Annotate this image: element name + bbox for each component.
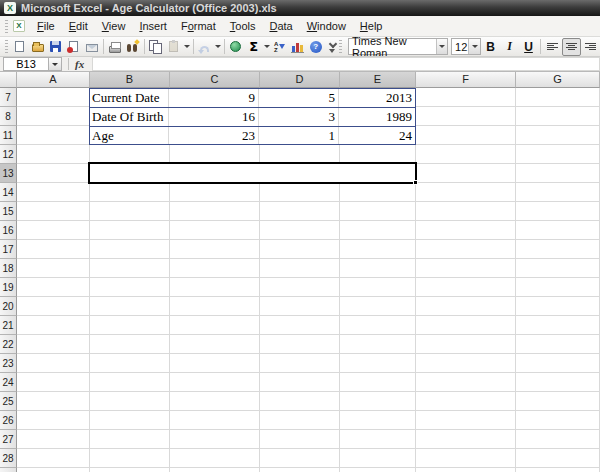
- column-header-b[interactable]: B: [90, 72, 170, 88]
- title-bar: X Microsoft Excel - Age Calculator (Offi…: [0, 0, 600, 16]
- align-right-button[interactable]: [581, 38, 600, 56]
- data-table: Current Date 9 5 2013 Date Of Birth 16 3…: [89, 88, 416, 145]
- worksheet: ABCDEFG 78111213141516171819202122232425…: [0, 72, 600, 472]
- excel-app-icon: X: [4, 2, 16, 14]
- paste-dropdown[interactable]: [183, 38, 191, 56]
- row-header-12[interactable]: 12: [0, 145, 17, 164]
- row-header-8[interactable]: 8: [0, 107, 17, 126]
- standard-toolbar: Σ AZ ? Times New Roman 12 B I U: [0, 37, 600, 57]
- row-header-29[interactable]: 29: [0, 468, 17, 472]
- row-header-28[interactable]: 28: [0, 449, 17, 468]
- cell-d11[interactable]: 1: [259, 127, 339, 144]
- column-header-a[interactable]: A: [17, 72, 90, 88]
- row-header-23[interactable]: 23: [0, 354, 17, 373]
- copy-button[interactable]: [147, 38, 165, 56]
- toolbar-separator: [144, 39, 145, 54]
- align-center-button[interactable]: [562, 38, 581, 56]
- selection-box[interactable]: [88, 162, 417, 184]
- open-button[interactable]: [29, 38, 47, 56]
- row-header-25[interactable]: 25: [0, 392, 17, 411]
- column-header-g[interactable]: G: [516, 72, 600, 88]
- formula-bar: B13 fx: [0, 57, 600, 72]
- italic-button[interactable]: I: [500, 38, 519, 56]
- font-name-dropdown-icon[interactable]: [436, 39, 447, 54]
- menu-insert[interactable]: Insert: [132, 17, 174, 35]
- bold-button[interactable]: B: [481, 38, 500, 56]
- menu-view[interactable]: View: [95, 17, 133, 35]
- row-header-11[interactable]: 11: [0, 126, 17, 145]
- column-header-e[interactable]: E: [340, 72, 416, 88]
- fill-handle[interactable]: [413, 180, 418, 185]
- align-left-icon: [547, 43, 558, 51]
- row-header-14[interactable]: 14: [0, 183, 17, 202]
- row-header-26[interactable]: 26: [0, 411, 17, 430]
- row-header-17[interactable]: 17: [0, 240, 17, 259]
- font-name-select[interactable]: Times New Roman: [348, 38, 448, 55]
- menubar-grip[interactable]: [5, 20, 8, 33]
- insert-function-icon[interactable]: fx: [75, 58, 84, 70]
- workbook-icon: X: [13, 20, 25, 32]
- cell-c11[interactable]: 23: [169, 127, 259, 144]
- row-header-19[interactable]: 19: [0, 278, 17, 297]
- menu-tools[interactable]: Tools: [223, 17, 263, 35]
- cell-c8[interactable]: 16: [169, 108, 259, 126]
- cell-d8[interactable]: 3: [259, 108, 339, 126]
- font-size-select[interactable]: 12: [451, 38, 481, 55]
- autosum-dropdown[interactable]: [263, 38, 271, 56]
- row-header-24[interactable]: 24: [0, 373, 17, 392]
- row-header-15[interactable]: 15: [0, 202, 17, 221]
- underline-button[interactable]: U: [519, 38, 538, 56]
- save-button[interactable]: [47, 38, 65, 56]
- research-button[interactable]: [124, 38, 142, 56]
- permission-button[interactable]: [65, 38, 83, 56]
- row-header-22[interactable]: 22: [0, 335, 17, 354]
- row-header-13[interactable]: 13: [0, 164, 17, 183]
- cell-e8[interactable]: 1989: [339, 108, 415, 126]
- row-header-27[interactable]: 27: [0, 430, 17, 449]
- autosum-button[interactable]: Σ: [245, 38, 263, 56]
- paste-button[interactable]: [165, 38, 183, 56]
- row-header-7[interactable]: 7: [0, 88, 17, 107]
- cell-c7[interactable]: 9: [169, 89, 259, 107]
- menu-help[interactable]: Help: [353, 17, 390, 35]
- cell-d7[interactable]: 5: [259, 89, 339, 107]
- menu-format[interactable]: Format: [174, 17, 223, 35]
- menu-window[interactable]: Window: [300, 17, 353, 35]
- font-name-value: Times New Roman: [352, 37, 436, 57]
- menu-edit[interactable]: Edit: [62, 17, 95, 35]
- column-header-d[interactable]: D: [260, 72, 340, 88]
- mail-button[interactable]: [83, 38, 101, 56]
- column-header-c[interactable]: C: [170, 72, 260, 88]
- cell-e11[interactable]: 24: [339, 127, 415, 144]
- formula-input[interactable]: [92, 57, 600, 71]
- font-size-dropdown-icon[interactable]: [468, 39, 480, 54]
- menu-file[interactable]: File: [30, 17, 62, 35]
- hyperlink-button[interactable]: [227, 38, 245, 56]
- menu-data[interactable]: Data: [262, 17, 299, 35]
- row-header-18[interactable]: 18: [0, 259, 17, 278]
- new-button[interactable]: [11, 38, 29, 56]
- formatting-toolbar-grip[interactable]: [339, 40, 342, 53]
- row-header-21[interactable]: 21: [0, 316, 17, 335]
- column-header-f[interactable]: F: [416, 72, 516, 88]
- chart-wizard-button[interactable]: [289, 38, 307, 56]
- name-box-dropdown[interactable]: [49, 57, 62, 71]
- sort-ascending-button[interactable]: AZ: [271, 38, 289, 56]
- align-left-button[interactable]: [543, 38, 562, 56]
- row-header-20[interactable]: 20: [0, 297, 17, 316]
- cell-b7[interactable]: Current Date: [90, 89, 169, 107]
- cell-b11[interactable]: Age: [90, 127, 169, 144]
- select-all-corner[interactable]: [0, 72, 17, 88]
- name-box[interactable]: B13: [3, 57, 49, 71]
- print-button[interactable]: [106, 38, 124, 56]
- cell-e7[interactable]: 2013: [339, 89, 415, 107]
- help-button[interactable]: ?: [307, 38, 325, 56]
- row-header-16[interactable]: 16: [0, 221, 17, 240]
- undo-button[interactable]: [196, 38, 214, 56]
- undo-dropdown[interactable]: [214, 38, 222, 56]
- cell-b8[interactable]: Date Of Birth: [90, 108, 169, 126]
- toolbar-options-button[interactable]: [326, 38, 337, 56]
- toolbar-grip[interactable]: [5, 40, 8, 53]
- grid-area[interactable]: Current Date 9 5 2013 Date Of Birth 16 3…: [17, 88, 600, 472]
- excel-window: { "window": { "title": "Microsoft Excel …: [0, 0, 600, 472]
